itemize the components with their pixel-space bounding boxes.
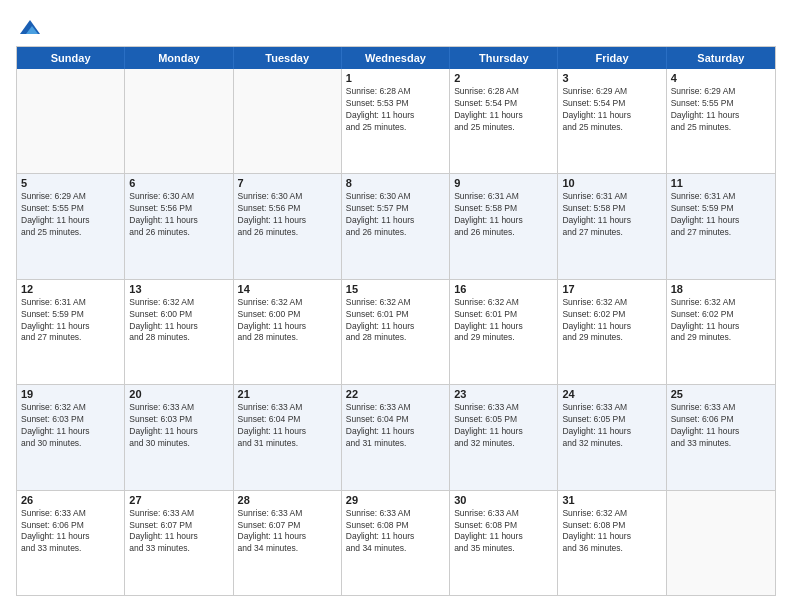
cell-line: and 25 minutes. [562, 122, 661, 134]
day-number: 16 [454, 283, 553, 295]
cell-line: Sunrise: 6:33 AM [671, 402, 771, 414]
cell-line: Daylight: 11 hours [562, 215, 661, 227]
cell-line: Daylight: 11 hours [129, 531, 228, 543]
weekday-header-friday: Friday [558, 47, 666, 69]
cell-line: Sunset: 6:02 PM [562, 309, 661, 321]
calendar-cell-r4c0: 26Sunrise: 6:33 AMSunset: 6:06 PMDayligh… [17, 491, 125, 595]
calendar-cell-r3c2: 21Sunrise: 6:33 AMSunset: 6:04 PMDayligh… [234, 385, 342, 489]
day-number: 2 [454, 72, 553, 84]
calendar-cell-r3c0: 19Sunrise: 6:32 AMSunset: 6:03 PMDayligh… [17, 385, 125, 489]
cell-line: Sunset: 6:00 PM [129, 309, 228, 321]
cell-line: Sunset: 6:03 PM [21, 414, 120, 426]
cell-line: Sunrise: 6:33 AM [454, 402, 553, 414]
cell-line: Sunset: 5:58 PM [454, 203, 553, 215]
cell-line: Sunrise: 6:30 AM [129, 191, 228, 203]
cell-line: and 26 minutes. [454, 227, 553, 239]
calendar-header: SundayMondayTuesdayWednesdayThursdayFrid… [17, 47, 775, 69]
calendar-cell-r4c5: 31Sunrise: 6:32 AMSunset: 6:08 PMDayligh… [558, 491, 666, 595]
day-number: 13 [129, 283, 228, 295]
cell-line: Sunrise: 6:32 AM [21, 402, 120, 414]
cell-line: Sunrise: 6:30 AM [238, 191, 337, 203]
day-number: 26 [21, 494, 120, 506]
cell-line: Sunrise: 6:33 AM [562, 402, 661, 414]
cell-line: Sunrise: 6:29 AM [562, 86, 661, 98]
cell-line: Sunrise: 6:32 AM [671, 297, 771, 309]
cell-line: Daylight: 11 hours [346, 426, 445, 438]
cell-line: and 26 minutes. [129, 227, 228, 239]
cell-line: Daylight: 11 hours [454, 215, 553, 227]
day-number: 4 [671, 72, 771, 84]
calendar-cell-r1c2: 7Sunrise: 6:30 AMSunset: 5:56 PMDaylight… [234, 174, 342, 278]
calendar-cell-r1c4: 9Sunrise: 6:31 AMSunset: 5:58 PMDaylight… [450, 174, 558, 278]
calendar-cell-r3c4: 23Sunrise: 6:33 AMSunset: 6:05 PMDayligh… [450, 385, 558, 489]
cell-line: Sunset: 6:06 PM [21, 520, 120, 532]
cell-line: Sunrise: 6:28 AM [454, 86, 553, 98]
cell-line: and 30 minutes. [129, 438, 228, 450]
calendar-row-5: 26Sunrise: 6:33 AMSunset: 6:06 PMDayligh… [17, 491, 775, 595]
cell-line: Sunset: 6:05 PM [562, 414, 661, 426]
day-number: 21 [238, 388, 337, 400]
day-number: 30 [454, 494, 553, 506]
cell-line: Sunrise: 6:29 AM [671, 86, 771, 98]
cell-line: Daylight: 11 hours [671, 321, 771, 333]
day-number: 9 [454, 177, 553, 189]
cell-line: Sunrise: 6:31 AM [454, 191, 553, 203]
cell-line: and 26 minutes. [346, 227, 445, 239]
weekday-header-monday: Monday [125, 47, 233, 69]
cell-line: Daylight: 11 hours [238, 426, 337, 438]
day-number: 14 [238, 283, 337, 295]
cell-line: Sunrise: 6:31 AM [671, 191, 771, 203]
cell-line: and 28 minutes. [346, 332, 445, 344]
cell-line: Sunrise: 6:33 AM [21, 508, 120, 520]
calendar-row-4: 19Sunrise: 6:32 AMSunset: 6:03 PMDayligh… [17, 385, 775, 490]
cell-line: Sunset: 5:53 PM [346, 98, 445, 110]
cell-line: Daylight: 11 hours [21, 215, 120, 227]
cell-line: and 32 minutes. [454, 438, 553, 450]
day-number: 5 [21, 177, 120, 189]
cell-line: Sunset: 6:08 PM [454, 520, 553, 532]
cell-line: and 27 minutes. [21, 332, 120, 344]
calendar-cell-r1c0: 5Sunrise: 6:29 AMSunset: 5:55 PMDaylight… [17, 174, 125, 278]
cell-line: Daylight: 11 hours [671, 110, 771, 122]
cell-line: and 28 minutes. [129, 332, 228, 344]
cell-line: and 34 minutes. [238, 543, 337, 555]
cell-line: Daylight: 11 hours [129, 215, 228, 227]
cell-line: Sunset: 6:04 PM [238, 414, 337, 426]
cell-line: and 25 minutes. [454, 122, 553, 134]
calendar-cell-r0c2 [234, 69, 342, 173]
cell-line: and 31 minutes. [346, 438, 445, 450]
calendar-cell-r2c3: 15Sunrise: 6:32 AMSunset: 6:01 PMDayligh… [342, 280, 450, 384]
day-number: 31 [562, 494, 661, 506]
calendar-cell-r4c6 [667, 491, 775, 595]
cell-line: Daylight: 11 hours [346, 215, 445, 227]
cell-line: and 35 minutes. [454, 543, 553, 555]
cell-line: and 29 minutes. [562, 332, 661, 344]
day-number: 17 [562, 283, 661, 295]
cell-line: Sunrise: 6:32 AM [454, 297, 553, 309]
calendar-cell-r1c5: 10Sunrise: 6:31 AMSunset: 5:58 PMDayligh… [558, 174, 666, 278]
cell-line: and 29 minutes. [454, 332, 553, 344]
cell-line: Daylight: 11 hours [346, 110, 445, 122]
cell-line: Daylight: 11 hours [346, 531, 445, 543]
calendar-cell-r1c3: 8Sunrise: 6:30 AMSunset: 5:57 PMDaylight… [342, 174, 450, 278]
calendar-cell-r2c5: 17Sunrise: 6:32 AMSunset: 6:02 PMDayligh… [558, 280, 666, 384]
day-number: 12 [21, 283, 120, 295]
page: SundayMondayTuesdayWednesdayThursdayFrid… [0, 0, 792, 612]
calendar-cell-r0c1 [125, 69, 233, 173]
calendar-cell-r2c1: 13Sunrise: 6:32 AMSunset: 6:00 PMDayligh… [125, 280, 233, 384]
calendar-cell-r2c6: 18Sunrise: 6:32 AMSunset: 6:02 PMDayligh… [667, 280, 775, 384]
cell-line: Sunrise: 6:29 AM [21, 191, 120, 203]
cell-line: Sunset: 6:00 PM [238, 309, 337, 321]
day-number: 7 [238, 177, 337, 189]
cell-line: Daylight: 11 hours [238, 215, 337, 227]
cell-line: Sunrise: 6:32 AM [346, 297, 445, 309]
cell-line: Sunset: 5:59 PM [671, 203, 771, 215]
cell-line: and 25 minutes. [346, 122, 445, 134]
cell-line: Sunset: 6:06 PM [671, 414, 771, 426]
day-number: 6 [129, 177, 228, 189]
cell-line: Sunrise: 6:33 AM [129, 402, 228, 414]
day-number: 1 [346, 72, 445, 84]
cell-line: and 32 minutes. [562, 438, 661, 450]
cell-line: Daylight: 11 hours [454, 321, 553, 333]
cell-line: Sunset: 6:07 PM [129, 520, 228, 532]
